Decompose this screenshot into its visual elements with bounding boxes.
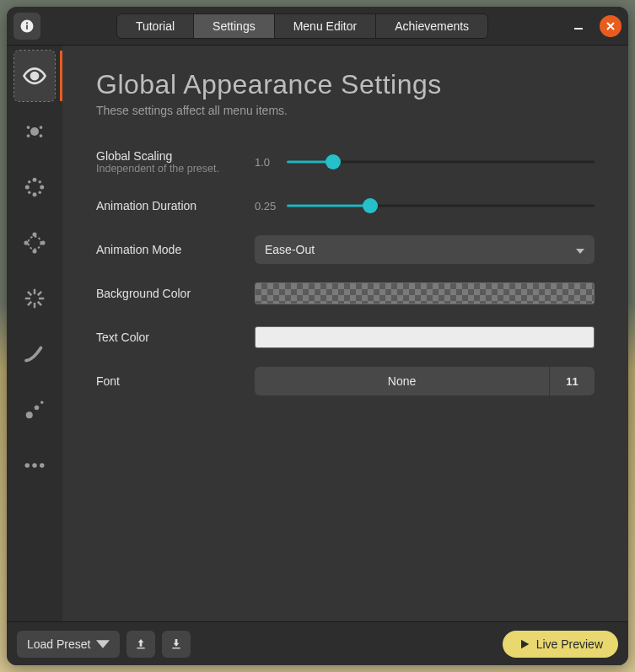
svg-point-2 (26, 22, 28, 24)
slider-global-scaling[interactable] (287, 153, 595, 170)
tab-tutorial[interactable]: Tutorial (117, 14, 194, 38)
svg-point-19 (33, 233, 35, 235)
svg-point-35 (32, 463, 37, 468)
svg-point-22 (24, 241, 27, 244)
ellipsis-icon (22, 453, 47, 478)
svg-rect-37 (137, 648, 144, 648)
value-global-scaling: 1.0 (255, 156, 278, 169)
svg-point-11 (40, 185, 44, 190)
content-area: Global Appearance Settings These setting… (62, 46, 628, 621)
chevron-down-icon (96, 637, 110, 651)
info-button[interactable] (13, 13, 40, 40)
upload-icon (134, 637, 148, 651)
row-anim-mode: Animation Mode Ease-Out (96, 235, 595, 264)
label-bg-color: Background Color (96, 287, 255, 300)
dropdown-value: Ease-Out (265, 243, 315, 256)
slider-anim-duration[interactable] (287, 197, 595, 214)
live-preview-button[interactable]: Live Preview (503, 631, 618, 658)
svg-point-9 (40, 134, 43, 137)
sidebar-item-7[interactable] (14, 384, 55, 435)
svg-point-18 (29, 237, 41, 250)
svg-line-29 (38, 292, 41, 295)
svg-rect-3 (574, 28, 583, 30)
chevron-down-icon (576, 243, 584, 256)
value-anim-duration: 0.25 (255, 200, 278, 212)
load-preset-button[interactable]: Load Preset (17, 631, 120, 658)
row-anim-duration: Animation Duration 0.25 (96, 191, 595, 220)
svg-point-7 (40, 126, 43, 129)
svg-point-15 (39, 191, 42, 195)
svg-point-14 (39, 180, 42, 184)
close-icon (606, 22, 615, 30)
headerbar: Tutorial Settings Menu Editor Achievemen… (7, 7, 628, 46)
svg-point-17 (28, 180, 31, 184)
dropdown-anim-mode[interactable]: Ease-Out (255, 235, 595, 264)
swoosh-icon (22, 341, 47, 367)
svg-point-8 (27, 134, 30, 137)
label-anim-duration: Animation Duration (96, 199, 255, 212)
body: Global Appearance Settings These setting… (7, 46, 628, 621)
sublabel-global-scaling: Independent of the preset. (96, 163, 255, 175)
tab-settings[interactable]: Settings (194, 14, 275, 38)
sidebar-item-6[interactable] (14, 329, 55, 379)
row-global-scaling: Global Scaling Independent of the preset… (96, 148, 595, 176)
import-button[interactable] (162, 631, 191, 658)
svg-line-28 (38, 302, 41, 305)
gear-dots-icon (22, 230, 47, 255)
footer: Load Preset Live Preview (7, 621, 628, 665)
dots-diag-icon (22, 397, 47, 422)
color-picker-background[interactable] (255, 282, 595, 304)
sidebar-item-2[interactable] (14, 106, 55, 157)
sidebar (7, 46, 62, 621)
row-bg-color: Background Color (96, 279, 595, 308)
play-icon (518, 637, 531, 651)
eye-icon (22, 63, 47, 89)
info-icon (19, 19, 35, 34)
svg-point-12 (33, 192, 37, 196)
tab-achievements[interactable]: Achievements (376, 14, 487, 38)
header-tabs: Tutorial Settings Menu Editor Achievemen… (116, 13, 488, 39)
export-button[interactable] (126, 631, 155, 658)
svg-point-20 (41, 241, 44, 244)
sidebar-item-3[interactable] (14, 162, 55, 212)
svg-point-31 (26, 411, 33, 418)
sidebar-item-appearance[interactable] (14, 51, 55, 101)
sidebar-item-4[interactable] (14, 218, 55, 268)
load-preset-label: Load Preset (27, 637, 91, 651)
svg-point-6 (27, 126, 30, 129)
svg-point-33 (40, 401, 44, 405)
tab-menu-editor[interactable]: Menu Editor (275, 14, 376, 38)
sidebar-item-5[interactable] (14, 273, 55, 324)
svg-point-34 (25, 463, 30, 468)
svg-rect-1 (26, 24, 28, 29)
dots-ring-icon (22, 175, 47, 200)
color-picker-text[interactable] (255, 326, 595, 348)
svg-point-4 (31, 73, 38, 79)
font-picker[interactable]: None (255, 367, 549, 395)
svg-point-16 (28, 191, 31, 195)
svg-rect-38 (172, 648, 180, 648)
label-global-scaling: Global Scaling (96, 149, 255, 163)
svg-point-36 (40, 463, 45, 468)
minimize-button[interactable] (568, 15, 589, 37)
svg-point-10 (33, 178, 37, 182)
svg-point-5 (30, 127, 39, 136)
label-text-color: Text Color (96, 331, 255, 344)
sidebar-item-8[interactable] (14, 440, 55, 491)
page-subtitle: These settings affect all menu items. (96, 104, 595, 117)
row-font: Font None 11 (96, 367, 595, 395)
live-preview-label: Live Preview (536, 637, 603, 651)
svg-line-27 (28, 292, 31, 295)
label-anim-mode: Animation Mode (96, 243, 255, 256)
svg-point-13 (25, 185, 30, 190)
close-button[interactable] (600, 15, 622, 37)
svg-point-32 (35, 406, 40, 411)
page-title: Global Appearance Settings (96, 69, 595, 100)
svg-point-21 (33, 250, 35, 252)
app-window: Tutorial Settings Menu Editor Achievemen… (7, 7, 628, 665)
font-size-field[interactable]: 11 (549, 367, 595, 395)
label-font: Font (96, 374, 255, 388)
minimize-icon (574, 22, 583, 30)
download-icon (170, 637, 183, 651)
dots-cluster-icon (22, 119, 47, 144)
